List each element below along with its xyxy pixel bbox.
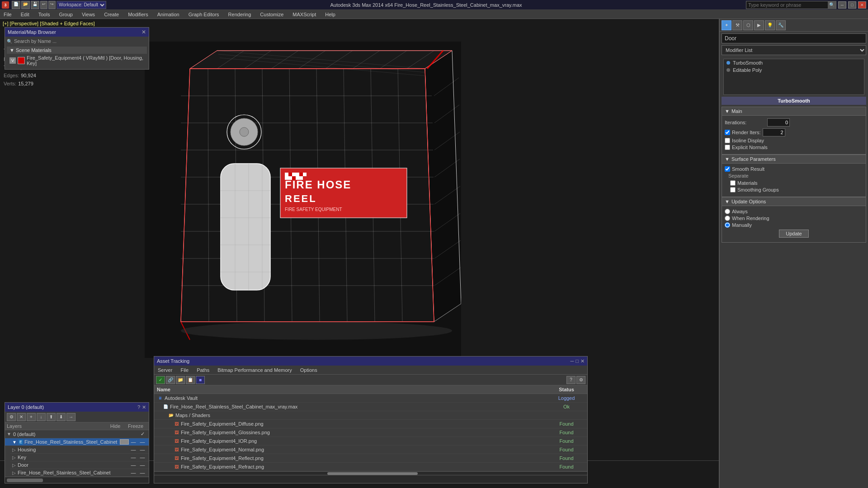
layer-row-1[interactable]: ▼ E Fire_Hose_Reel_Stainless_Steel_Cabin… [5, 438, 149, 446]
quick-access-new[interactable]: 📄 [12, 1, 20, 9]
material-browser-close[interactable]: ✕ [142, 29, 146, 35]
quick-access-undo[interactable]: ↩ [40, 1, 47, 9]
main-rollout-header[interactable]: ▼ Main [722, 107, 866, 116]
layer-tool-2[interactable]: + [27, 413, 36, 421]
cabinet-3d-view[interactable]: FIRE HOSE REEL FIRE SAFETY EQUIPMENT [145, 42, 452, 353]
search-box[interactable]: 🔍 [746, 1, 836, 9]
at-scrollbar-thumb[interactable] [327, 472, 418, 475]
update-options-header[interactable]: ▼ Update Options [722, 197, 866, 206]
at-tool-4[interactable]: ■ [196, 376, 205, 384]
scene-materials-header[interactable]: ▼ Scene Materials [7, 47, 147, 54]
layer-row-4[interactable]: ▷ Door — — [10, 461, 149, 469]
material-item-0[interactable]: V Fire_Safety_Equipment4 ( VRayMtl ) [Do… [7, 54, 147, 67]
menu-file[interactable]: File [2, 11, 14, 18]
menu-help[interactable]: Help [323, 11, 337, 18]
asset-maximize-icon[interactable]: □ [576, 358, 579, 364]
menu-maxscript[interactable]: MAXScript [291, 11, 318, 18]
quick-access-save[interactable]: 💾 [31, 1, 39, 9]
explicit-normals-checkbox[interactable] [725, 145, 730, 150]
utilities-tab-icon[interactable]: 🔧 [776, 20, 786, 30]
asset-minimize-icon[interactable]: ─ [571, 358, 574, 364]
menu-animation[interactable]: Animation [156, 11, 181, 18]
layer-tool-3[interactable]: ↓ [37, 413, 46, 421]
isoline-checkbox[interactable] [725, 138, 730, 143]
update-options-label: Update Options [731, 199, 766, 204]
editable-poly-modifier[interactable]: Editable Poly [724, 66, 864, 74]
menu-rendering[interactable]: Rendering [226, 11, 253, 18]
menu-modifiers[interactable]: Modifiers [126, 11, 150, 18]
search-button[interactable]: 🔍 [828, 1, 836, 9]
layer-help-icon[interactable]: ? [137, 404, 140, 410]
at-tool-1[interactable]: 🔗 [166, 376, 175, 384]
at-menu-file[interactable]: File [179, 367, 190, 373]
at-row-8[interactable]: 🖼 Fire_Safety_Equipment4_Refract.png Fou… [154, 463, 587, 471]
at-row-1[interactable]: 📄 Fire_Hose_Reel_Stainless_Steel_Cabinet… [154, 403, 587, 411]
at-row-6[interactable]: 🖼 Fire_Safety_Equipment4_Normal.png Foun… [154, 446, 587, 454]
layer-row-2[interactable]: ▷ Housing — — [10, 446, 149, 454]
layer-tool-1[interactable]: ✕ [17, 413, 26, 421]
layer-scrollbar-thumb[interactable] [7, 479, 43, 482]
at-row-2[interactable]: 📂 Maps / Shaders [154, 411, 587, 420]
menu-create[interactable]: Create [102, 11, 121, 18]
at-menu-server[interactable]: Server [156, 367, 174, 373]
search-row: 🔍 Search by Name ... [7, 38, 147, 44]
menu-edit[interactable]: Edit [19, 11, 31, 18]
search-input[interactable] [746, 2, 828, 8]
render-iters-checkbox[interactable] [725, 130, 730, 135]
surface-params-header[interactable]: ▼ Surface Parameters [722, 155, 866, 164]
modify-tab-icon[interactable]: ⚒ [732, 20, 742, 30]
at-row-4[interactable]: 🖼 Fire_Safety_Equipment4_Glossines.png F… [154, 428, 587, 437]
smoothing-groups-checkbox[interactable] [730, 187, 736, 192]
at-menu-bitmap[interactable]: Bitmap Performance and Memory [216, 367, 293, 373]
quick-access-redo[interactable]: ↪ [48, 1, 56, 9]
at-horizontal-scrollbar[interactable] [154, 471, 587, 475]
modifier-list-dropdown[interactable]: Modifier List [722, 45, 866, 55]
at-menu-paths[interactable]: Paths [195, 367, 211, 373]
layer-color-swatch-1[interactable] [120, 439, 129, 445]
render-iters-input[interactable] [763, 128, 785, 136]
at-tool-3[interactable]: 📋 [186, 376, 195, 384]
layer-tool-5[interactable]: ⬇ [57, 413, 66, 421]
smooth-result-checkbox[interactable] [725, 166, 730, 172]
at-tool-2[interactable]: 📁 [176, 376, 185, 384]
menu-customize[interactable]: Customize [258, 11, 285, 18]
at-menu-options[interactable]: Options [298, 367, 319, 373]
object-name-input[interactable] [722, 33, 866, 43]
hierarchy-tab-icon[interactable]: ⬡ [743, 20, 753, 30]
menu-group[interactable]: Group [57, 11, 75, 18]
always-radio[interactable] [725, 209, 730, 214]
asset-close-icon[interactable]: ✕ [580, 358, 585, 364]
when-rendering-radio[interactable] [725, 216, 730, 221]
menu-tools[interactable]: Tools [37, 11, 52, 18]
workspace-dropdown[interactable]: Workspace: Default [57, 1, 106, 9]
at-tool-0[interactable]: ✓ [156, 376, 165, 384]
at-row-7[interactable]: 🖼 Fire_Safety_Equipment4_Reflect.png Fou… [154, 454, 587, 463]
minimize-button[interactable]: ─ [838, 1, 846, 9]
layer-row-3[interactable]: ▷ Key — — [10, 454, 149, 461]
manually-radio[interactable] [725, 222, 730, 228]
motion-tab-icon[interactable]: ▶ [754, 20, 764, 30]
layer-tool-4[interactable]: ⬆ [47, 413, 56, 421]
quick-access-open[interactable]: 📂 [21, 1, 30, 9]
maximize-button[interactable]: □ [848, 1, 856, 9]
at-tool-help[interactable]: ? [566, 376, 576, 384]
layer-tool-6[interactable]: → [66, 413, 75, 421]
layer-row-5[interactable]: ▷ Fire_Hose_Reel_Stainless_Steel_Cabinet… [10, 469, 149, 477]
layer-close-icon[interactable]: ✕ [142, 404, 146, 410]
update-button[interactable]: Update [779, 230, 808, 238]
menu-views[interactable]: Views [80, 11, 97, 18]
at-tool-settings[interactable]: ⚙ [576, 376, 585, 384]
close-button[interactable]: ✕ [858, 1, 866, 9]
iterations-input[interactable] [767, 118, 790, 127]
layer-row-0[interactable]: ▼ 0 (default) ✓ [5, 430, 149, 438]
display-tab-icon[interactable]: 💡 [765, 20, 775, 30]
layer-tool-0[interactable]: ⚙ [7, 413, 16, 421]
menu-graph-editors[interactable]: Graph Editors [187, 11, 221, 18]
turbosmooth-modifier[interactable]: TurboSmooth [724, 59, 864, 66]
at-row-3[interactable]: 🖼 Fire_Safety_Equipment4_Diffuse.png Fou… [154, 420, 587, 428]
at-row-0[interactable]: 🖥 Autodesk Vault Logged [154, 394, 587, 403]
at-row-5[interactable]: 🖼 Fire_Safety_Equipment4_IOR.png Found [154, 437, 587, 446]
materials-checkbox[interactable] [730, 180, 736, 186]
create-tab-icon[interactable]: ✦ [722, 20, 731, 30]
layer-scrollbar[interactable] [5, 477, 149, 483]
